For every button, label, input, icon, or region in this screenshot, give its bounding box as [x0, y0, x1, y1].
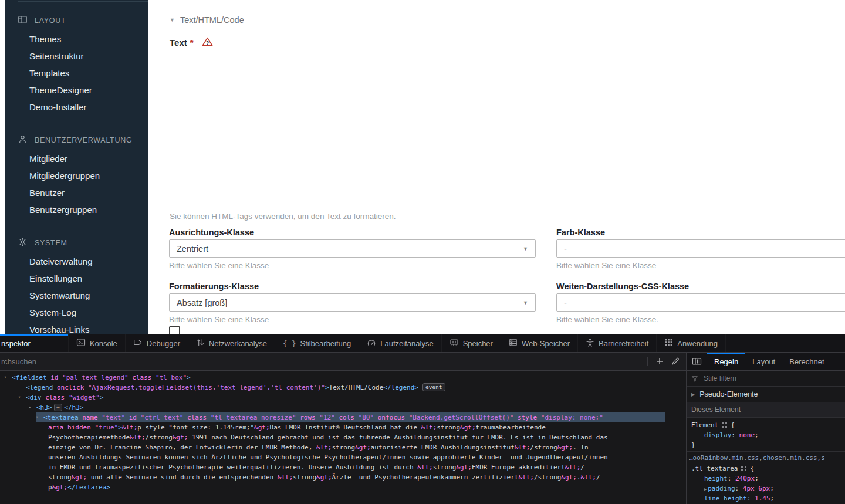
markup-line[interactable]: einzige von Dr. Francine Shapiro, der En… [0, 442, 686, 452]
code-segment: Ärzte- und Psychotherapeutenkammern zert… [332, 473, 519, 481]
devtools-tab-barrierefreiheit[interactable]: Barrierefreiheit [578, 334, 657, 352]
code-segment: einzige von Dr. Francine Shapiro, der En… [48, 444, 316, 451]
panel-tab-layout[interactable]: Layout [745, 353, 782, 370]
markup-line[interactable]: ▾<div class="widget"> [0, 393, 686, 402]
rule-selector[interactable]: .tl_textarea{ [687, 464, 845, 473]
devtools-tab-konsole[interactable]: Konsole [69, 334, 126, 352]
rule-property[interactable]: ▶padding: 4px 6px; [687, 483, 845, 493]
select-weiten-darstellungs-css-klasse[interactable]: -▼ [556, 293, 845, 312]
sidebar-item-seitenstruktur[interactable]: Seitenstruktur [5, 48, 148, 65]
code-segment: EMDR Europe akkreditiert [472, 464, 565, 471]
devtools-tab-web-speicher[interactable]: Web-Speicher [501, 334, 578, 352]
sidebar-item-mitglieder[interactable]: Mitglieder [5, 150, 148, 167]
code-segment: p style="font-size: 1.145rem;" [137, 424, 254, 431]
panel-tab-berechnet[interactable]: Berechnet [782, 353, 831, 370]
sidebar-item-einstellungen[interactable]: Einstellungen [5, 270, 148, 287]
rule-selector[interactable]: Element{ [687, 420, 845, 430]
markup-line[interactable]: Psychotherapiemethode&lt;/strong&gt; 199… [0, 432, 686, 442]
stylesheet-link-text[interactable]: …ooRainbow.min.css,chosen.min.css,s [689, 454, 825, 462]
select-value: - [564, 298, 567, 307]
performance-icon [367, 338, 376, 349]
sidebar-item-benutzergruppen[interactable]: Benutzergruppen [5, 201, 148, 218]
warning-icon[interactable]: ? [202, 37, 213, 49]
color-picker-button[interactable] [667, 353, 682, 370]
rule-property[interactable]: display: none; [687, 430, 845, 440]
inline-ellipsis-badge[interactable]: ⋯ [54, 404, 63, 411]
sidebar-item-vorschau-links[interactable]: Vorschau-Links [5, 321, 148, 334]
form-column-right: Farb-Klasse-▼Bitte wählen Sie eine Klass… [556, 228, 845, 324]
devtools-tab-stilbearbeitung[interactable]: { }Stilbearbeitung [275, 334, 359, 352]
expander-open-icon[interactable]: ▾ [36, 412, 38, 422]
code-segment: "Backend.getScrollOffset()" [409, 414, 514, 421]
code-segment: &gt; [316, 473, 332, 481]
devtools-tab-debugger[interactable]: Debugger [126, 334, 188, 352]
markup-line[interactable]: in EMDR und traumaspezifischer Psychothe… [0, 462, 686, 472]
markup-view: ▾<fieldset id="pal_text_legend" class="t… [0, 371, 686, 504]
expander-open-icon[interactable]: ▾ [4, 373, 6, 383]
markup-line[interactable]: p&gt;</textarea> [0, 482, 686, 492]
expander-closed-icon[interactable]: ▶ [704, 487, 707, 492]
code-segment: /strong [530, 444, 557, 451]
code-segment: &lt; [421, 424, 437, 431]
code-segment: "display: none;" [541, 414, 603, 421]
markup-line[interactable]: aria-hidden="true">&lt;p style="font-siz… [0, 422, 686, 432]
sidebar-item-benutzer[interactable]: Benutzer [5, 184, 148, 201]
sidebar-item-themes[interactable]: Themes [5, 31, 148, 48]
code-segment: "true" [94, 424, 118, 431]
markup-line[interactable]: strong&gt; und alle Seminare sind durch … [0, 472, 686, 482]
rule-property[interactable]: line-height: 1.45; [687, 493, 845, 503]
select-farb-klasse[interactable]: -▼ [556, 239, 845, 258]
debugger-icon [133, 338, 143, 349]
svg-text:?: ? [205, 40, 209, 46]
tab-label: Barrierefreiheit [599, 339, 648, 348]
sidebar-item-systemwartung[interactable]: Systemwartung [5, 287, 148, 304]
code-segment: "widget" [69, 394, 100, 401]
code-segment: &gt; [561, 473, 577, 481]
sidebar-item-templates[interactable]: Templates [5, 65, 148, 82]
devtools-tab-nspektor[interactable]: nspektor [0, 334, 69, 352]
tab-label: Netzwerkanalyse [209, 339, 267, 348]
devtools-tab-speicher[interactable]: Speicher [442, 334, 501, 352]
sidebar-gap [5, 116, 148, 121]
code-segment: &lt; [518, 473, 534, 481]
pseudo-elements-header[interactable]: ▶ Pseudo-Elemente [687, 387, 845, 402]
sidebar-item-demo-installer[interactable]: Demo-Installer [5, 99, 148, 116]
code-segment: &gt; [557, 444, 573, 451]
expander-open-icon[interactable]: ▾ [18, 393, 21, 402]
sidebar-toggle-icon[interactable] [687, 353, 707, 370]
markup-line[interactable]: unseren Ausbildungs-Seminaren können sic… [0, 452, 686, 462]
fieldset-legend-toggle[interactable]: ▼ Text/HTML/Code [170, 15, 244, 25]
code-segment: &gt; [460, 424, 476, 431]
select-ausrichtungs-klasse[interactable]: Zentriert▼ [169, 239, 536, 258]
rule-property[interactable]: height: 240px; [687, 473, 845, 483]
markup-line-selected[interactable]: ▾<textarea name="text" id="ctrl_text" cl… [0, 412, 665, 422]
style-filter-input[interactable]: Stile filtern [687, 371, 845, 387]
code-segment: p [48, 483, 52, 491]
markup-line[interactable]: ▾<fieldset id="pal_text_legend" class="t… [0, 373, 686, 383]
rules-code: Element{display: none;}…ooRainbow.min.cs… [687, 418, 845, 504]
gear-icon [18, 237, 28, 249]
event-badge[interactable]: event [422, 383, 445, 391]
code-segment: class= [132, 374, 156, 381]
field-help: Bitte wählen Sie eine Klasse [556, 261, 845, 270]
markup-line[interactable]: <legend onclick="AjaxRequest.toggleField… [0, 383, 686, 393]
field-label: Weiten-Darstellungs-CSS-Klasse [556, 282, 845, 292]
devtools-tab-netzwerkanalyse[interactable]: Netzwerkanalyse [188, 334, 275, 352]
sidebar-divider [18, 224, 148, 224]
code-segment: &lt; [122, 424, 138, 431]
devtools-tab-anwendung[interactable]: Anwendung [657, 334, 726, 352]
sidebar-item-themedesigner[interactable]: ThemeDesigner [5, 82, 148, 99]
code-segment: "AjaxRequest.toggleFieldset(this,'text_l… [88, 384, 325, 391]
code-segment: &gt; [254, 424, 270, 431]
devtools-tab-laufzeitanalyse[interactable]: Laufzeitanalyse [359, 334, 441, 352]
form-column-left: Ausrichtungs-KlasseZentriert▼Bitte wähle… [169, 228, 536, 324]
markup-line[interactable]: ▸<h3>⋯</h3> [0, 402, 686, 412]
sidebar-item-mitgliedergruppen[interactable]: Mitgliedergruppen [5, 167, 148, 184]
markup-search-input[interactable]: rchsuchen [0, 353, 686, 370]
panel-tab-regeln[interactable]: Regeln [707, 353, 745, 370]
sidebar-item-system-log[interactable]: System-Log [5, 304, 148, 321]
select-formatierungs-klasse[interactable]: Absatz [groß]▼ [169, 293, 536, 312]
expander-closed-icon[interactable]: ▸ [29, 402, 31, 412]
add-node-button[interactable] [652, 353, 667, 370]
sidebar-item-dateiverwaltung[interactable]: Dateiverwaltung [5, 253, 148, 270]
